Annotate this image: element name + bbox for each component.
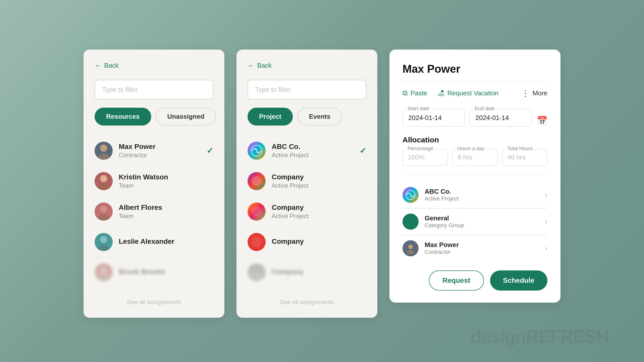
detail-list-item[interactable]: ABC Co. Active Project › bbox=[403, 182, 547, 208]
divider-2 bbox=[403, 175, 547, 175]
avatar bbox=[248, 142, 266, 160]
detail-list-item[interactable]: General Category Group › bbox=[403, 209, 547, 235]
list-item[interactable]: Leslie Alexander bbox=[95, 227, 213, 257]
svg-point-15 bbox=[408, 245, 413, 249]
hours-day-field: Hours a day bbox=[452, 149, 498, 166]
svg-point-0 bbox=[100, 145, 107, 152]
total-hours-label: Total Hours bbox=[506, 146, 534, 151]
tab-project[interactable]: Project bbox=[248, 108, 293, 126]
tabs-1: Resources Unassigned bbox=[95, 108, 213, 126]
back-arrow-icon: ← bbox=[95, 62, 102, 70]
request-button[interactable]: Request bbox=[429, 270, 484, 291]
hours-day-input[interactable] bbox=[452, 149, 498, 166]
total-hours-input[interactable] bbox=[502, 149, 547, 166]
list-item[interactable]: ABC Co. Active Project ✓ bbox=[248, 136, 366, 166]
detail-item-name: Max Power bbox=[425, 241, 545, 249]
calendar-button[interactable]: 📅 bbox=[537, 115, 547, 126]
list-item[interactable]: Company bbox=[248, 227, 366, 257]
svg-point-11 bbox=[252, 176, 262, 186]
detail-item-name: ABC Co. bbox=[425, 188, 545, 195]
action-row: ⧉ Paste 🏖 Request Vacation ⋮ More bbox=[403, 89, 547, 98]
list-item[interactable]: Kristin Watson Team bbox=[95, 166, 213, 196]
detail-avatar-abc bbox=[403, 187, 419, 203]
end-date-field: End date bbox=[470, 109, 532, 127]
avatar bbox=[95, 203, 113, 221]
resources-card: ← Back Resources Unassigned Max Power Co… bbox=[84, 50, 224, 318]
end-date-input[interactable] bbox=[470, 109, 532, 127]
item-name: Leslie Alexander bbox=[119, 237, 213, 246]
check-icon: ✓ bbox=[359, 146, 366, 155]
list-item: Company bbox=[248, 257, 366, 288]
search-input-2[interactable] bbox=[248, 80, 366, 100]
detail-item-name: General bbox=[425, 214, 545, 222]
paste-icon: ⧉ bbox=[403, 89, 408, 97]
tab-resources[interactable]: Resources bbox=[95, 108, 151, 126]
detail-avatar-maxpower bbox=[403, 240, 419, 256]
item-sub: Team bbox=[119, 182, 213, 189]
projects-list: ABC Co. Active Project ✓ Company Active … bbox=[248, 136, 366, 288]
svg-point-2 bbox=[100, 175, 107, 182]
list-item[interactable]: Albert Flores Team bbox=[95, 196, 213, 227]
back-label-2: Back bbox=[257, 62, 272, 69]
svg-point-5 bbox=[98, 215, 109, 221]
chevron-right-icon-3: › bbox=[545, 244, 547, 252]
avatar bbox=[95, 263, 113, 281]
svg-point-3 bbox=[98, 184, 109, 190]
schedule-button[interactable]: Schedule bbox=[490, 270, 547, 291]
item-name: Kristin Watson bbox=[119, 173, 213, 181]
back-button-2[interactable]: ← Back bbox=[248, 62, 272, 70]
search-input-1[interactable] bbox=[95, 80, 213, 100]
hours-day-label: Hours a day bbox=[456, 146, 486, 151]
list-item[interactable]: Max Power Contractor ✓ bbox=[95, 136, 213, 166]
watermark: designREFRESH bbox=[470, 326, 609, 347]
item-sub: Active Project bbox=[272, 152, 359, 159]
avatar bbox=[95, 142, 113, 160]
vacation-icon: 🏖 bbox=[437, 89, 445, 97]
allocation-title: Allocation bbox=[403, 136, 547, 144]
avatar bbox=[248, 233, 266, 251]
more-button[interactable]: ⋮ More bbox=[521, 89, 547, 98]
request-vacation-label: Request Vacation bbox=[448, 89, 499, 97]
paste-button[interactable]: ⧉ Paste bbox=[403, 89, 427, 97]
svg-point-6 bbox=[100, 236, 107, 243]
item-name: Company bbox=[272, 237, 366, 246]
more-label: More bbox=[533, 89, 547, 97]
avatar bbox=[248, 263, 266, 281]
list-item[interactable]: Company Active Project bbox=[248, 196, 366, 227]
svg-point-7 bbox=[98, 245, 109, 251]
avatar bbox=[248, 203, 266, 221]
detail-title: Max Power bbox=[403, 63, 547, 75]
svg-point-9 bbox=[98, 275, 109, 281]
percentage-input[interactable] bbox=[403, 149, 448, 166]
item-sub: Active Project bbox=[272, 213, 366, 220]
item-name: Company bbox=[272, 268, 366, 276]
tab-events[interactable]: Events bbox=[297, 108, 342, 126]
see-all[interactable]: See all assignments bbox=[95, 299, 213, 306]
percentage-label: Percentage bbox=[406, 146, 435, 151]
avatar bbox=[95, 172, 113, 190]
percentage-field: Percentage bbox=[403, 149, 448, 166]
item-sub: Active Project bbox=[272, 182, 366, 189]
avatar bbox=[248, 172, 266, 190]
list-item: Brook Brooks bbox=[95, 257, 213, 288]
back-button-1[interactable]: ← Back bbox=[95, 62, 119, 70]
request-vacation-button[interactable]: 🏖 Request Vacation bbox=[437, 89, 499, 97]
chevron-right-icon: › bbox=[545, 191, 547, 199]
bottom-buttons: Request Schedule bbox=[403, 270, 547, 291]
item-name: Company bbox=[272, 173, 366, 181]
svg-point-4 bbox=[100, 206, 107, 213]
item-name: Brook Brooks bbox=[119, 268, 213, 276]
start-date-input[interactable] bbox=[403, 109, 465, 127]
check-icon: ✓ bbox=[207, 146, 213, 155]
list-item[interactable]: Company Active Project bbox=[248, 166, 366, 196]
item-name: ABC Co. bbox=[272, 143, 359, 151]
detail-item-sub: Category Group bbox=[425, 222, 545, 229]
detail-list-item[interactable]: Max Power Contractor › bbox=[403, 235, 547, 261]
detail-item-sub: Contractor bbox=[425, 249, 545, 255]
chevron-right-icon-2: › bbox=[545, 218, 547, 226]
avatar bbox=[95, 233, 113, 251]
see-all-2[interactable]: See all assignments bbox=[248, 299, 366, 306]
tab-unassigned[interactable]: Unassigned bbox=[156, 108, 216, 126]
back-label-1: Back bbox=[104, 62, 119, 69]
divider bbox=[403, 81, 547, 82]
